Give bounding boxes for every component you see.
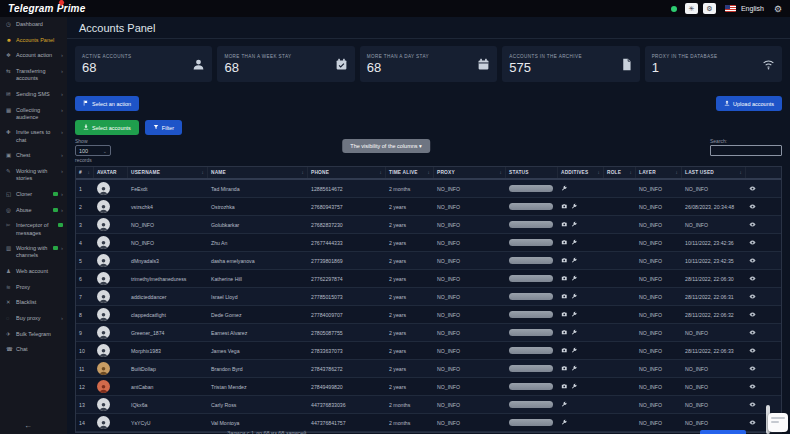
camera-icon[interactable] [561, 221, 568, 228]
wrench-icon[interactable] [571, 257, 578, 264]
sidebar-item-proxy[interactable]: ≋Proxy [0, 280, 67, 296]
sidebar-item-collecting-audience[interactable]: ▦Collecting audience› [0, 103, 67, 126]
camera-icon[interactable] [561, 383, 568, 390]
view-account-button[interactable] [746, 234, 766, 251]
table-row[interactable]: 14YsYCyUVal Montoya4473768417572 monthsN… [76, 414, 781, 432]
search-input[interactable] [710, 145, 782, 156]
view-account-button[interactable] [746, 306, 766, 323]
view-account-button[interactable] [746, 270, 766, 287]
table-row[interactable]: 5dMnyadals3dasha emelyanova277398018692 … [76, 252, 781, 270]
column-header-number[interactable]: #↕ [76, 167, 94, 178]
sidebar-item-label: Abuse [16, 207, 50, 214]
wrench-icon[interactable] [561, 401, 568, 408]
sidebar-item-account-action[interactable]: ❖Account action› [0, 48, 67, 64]
camera-icon[interactable] [561, 347, 568, 354]
stat-card: ACTIVE ACCOUNTS68 [75, 46, 212, 82]
camera-icon[interactable] [561, 275, 568, 282]
pagination-current-button[interactable] [700, 430, 746, 434]
wrench-icon[interactable] [571, 311, 578, 318]
sidebar-item-accounts-panel[interactable]: ☻Accounts Panel [0, 33, 67, 49]
sidebar-item-bulk-telegram[interactable]: ✈Bulk Telegram [0, 327, 67, 343]
table-row[interactable]: 10Morphix1983James Vega278336370732 year… [76, 342, 781, 360]
column-header-phone[interactable]: PHONE↕ [308, 167, 386, 178]
page-length-select[interactable]: 100 ⌄ [75, 145, 111, 156]
sidebar-item-blacklist[interactable]: ✕Blacklist [0, 295, 67, 311]
upload-accounts-button[interactable]: Upload accounts [716, 96, 782, 111]
brand-logo[interactable]: Telegram Prime [8, 3, 85, 14]
sidebar-item-transferring-accounts[interactable]: ⇆Transferring accounts› [0, 64, 67, 87]
column-header-proxy[interactable]: PROXY↕ [434, 167, 506, 178]
sidebar-collapse-button[interactable]: ← [24, 421, 32, 430]
column-header-username[interactable]: USERNAME↕ [128, 167, 208, 178]
column-header-time_alive[interactable]: TIME ALIVE↕ [386, 167, 434, 178]
table-row[interactable]: 8clappedcatfightDede Gomez277840097072 y… [76, 306, 781, 324]
camera-icon[interactable] [561, 257, 568, 264]
sidebar-item-dashboard[interactable]: ◷Dashboard [0, 17, 67, 33]
wrench-icon[interactable] [571, 293, 578, 300]
view-account-button[interactable] [746, 216, 766, 233]
gear-button[interactable]: ⚙ [703, 3, 716, 14]
settings-gear-icon[interactable]: ⚙ [774, 4, 782, 14]
sidebar-item-chest[interactable]: ▣Chest› [0, 148, 67, 164]
sidebar-item-working-with-channels[interactable]: ▥Working with channels› [0, 241, 67, 264]
camera-icon[interactable] [561, 329, 568, 336]
wrench-icon[interactable] [571, 239, 578, 246]
column-header-additives[interactable]: ADDITIVES↕ [558, 167, 604, 178]
wrench-icon[interactable] [571, 347, 578, 354]
table-row[interactable]: 1FeExdtTad Miranda128856146722 monthsNO_… [76, 180, 781, 198]
wrench-icon[interactable] [571, 221, 578, 228]
view-account-button[interactable] [746, 288, 766, 305]
table-row[interactable]: 3NO_INFOGolubkarkar276828372302 yearsNO_… [76, 216, 781, 234]
view-account-button[interactable] [746, 180, 766, 197]
status-cell [506, 216, 558, 233]
sidebar-item-abuse[interactable]: ◎Abuse› [0, 203, 67, 219]
sidebar-item-sending-sms[interactable]: ✉Sending SMS› [0, 87, 67, 103]
view-account-button[interactable] [746, 414, 766, 431]
wrench-icon[interactable] [561, 419, 568, 426]
language-selector[interactable]: English [741, 5, 764, 12]
sidebar-item-invite-users-to-chat[interactable]: ✚Invite users to chat› [0, 125, 67, 148]
filter-button[interactable]: Filter [145, 120, 182, 135]
view-account-button[interactable] [746, 324, 766, 341]
wrench-icon[interactable] [571, 383, 578, 390]
wrench-icon[interactable] [571, 275, 578, 282]
sidebar-item-chat[interactable]: ☎Chat [0, 342, 67, 358]
chat-widget-button[interactable] [768, 413, 788, 432]
asterisk-button[interactable]: ✳ [685, 3, 698, 14]
sidebar-item-working-with-stories[interactable]: ✎Working with stories› [0, 164, 67, 187]
wrench-icon[interactable] [571, 365, 578, 372]
table-row[interactable]: 7addicteddancerIsrael Lloyd277850150732 … [76, 288, 781, 306]
camera-icon[interactable] [561, 203, 568, 210]
wrench-icon[interactable] [561, 185, 568, 192]
column-header-last_used[interactable]: LAST USED↕ [682, 167, 746, 178]
view-account-button[interactable] [746, 252, 766, 269]
table-row[interactable]: 12antCabanTristan Mendez278494998202 yea… [76, 378, 781, 396]
view-account-button[interactable] [746, 378, 766, 395]
camera-icon[interactable] [561, 365, 568, 372]
column-visibility-button[interactable]: The visibility of the columns ▾ [342, 139, 430, 153]
camera-icon[interactable] [561, 311, 568, 318]
column-header-role[interactable]: ROLE↕ [604, 167, 636, 178]
table-row[interactable]: 4NO_INFOZhu An276774443332 yearsNO_INFON… [76, 234, 781, 252]
sidebar-item-web-account[interactable]: ♟Web account [0, 264, 67, 280]
table-row[interactable]: 6trimethylmethaneduressKatherine Hill277… [76, 270, 781, 288]
view-account-button[interactable] [746, 198, 766, 215]
table-row[interactable]: 9Greener_1874Earnest Alvarez278050877552… [76, 324, 781, 342]
sidebar-item-cloner[interactable]: ◱Cloner› [0, 187, 67, 203]
view-account-button[interactable] [746, 342, 766, 359]
table-row[interactable]: 13IQkx6aCarly Ross4473768330362 monthsNO… [76, 396, 781, 414]
wrench-icon[interactable] [571, 203, 578, 210]
sidebar-item-buy-proxy[interactable]: ◌Buy proxy› [0, 311, 67, 327]
view-account-button[interactable] [746, 360, 766, 377]
view-account-button[interactable] [746, 396, 766, 413]
column-header-layer[interactable]: LAYER↕ [636, 167, 682, 178]
sidebar-item-interceptor-of-messages[interactable]: ✂Interceptor of messages [0, 218, 67, 241]
wrench-icon[interactable] [571, 329, 578, 336]
camera-icon[interactable] [561, 239, 568, 246]
column-header-name[interactable]: NAME↕ [208, 167, 308, 178]
table-row[interactable]: 11BuiltDollapBrandon Byrd278437862722 ye… [76, 360, 781, 378]
camera-icon[interactable] [561, 293, 568, 300]
table-row[interactable]: 2vstrschk4Ostrozhka276809437572 yearsNO_… [76, 198, 781, 216]
select-accounts-button[interactable]: Select accounts [75, 120, 139, 135]
select-action-button[interactable]: Select an action [75, 96, 139, 111]
